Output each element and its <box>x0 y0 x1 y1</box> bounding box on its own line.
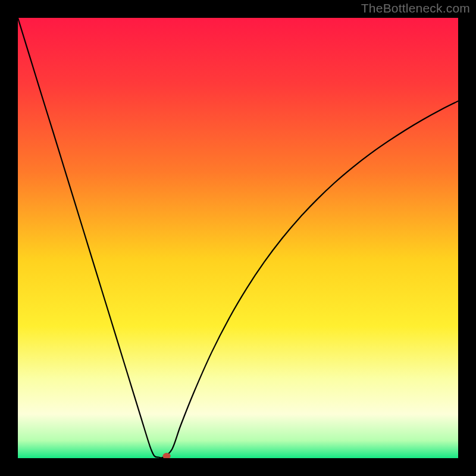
gradient-background <box>18 18 458 458</box>
watermark-text: TheBottleneck.com <box>361 1 470 15</box>
chart-frame: TheBottleneck.com <box>0 0 476 476</box>
plot-area <box>18 18 458 458</box>
bottleneck-chart <box>18 18 458 458</box>
